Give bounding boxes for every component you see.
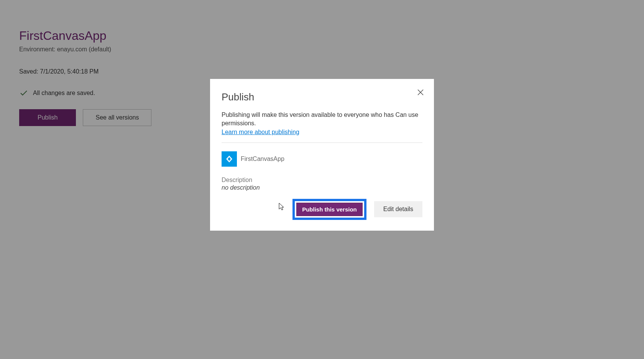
learn-more-link[interactable]: Learn more about publishing: [222, 129, 299, 136]
publish-modal: Publish Publishing will make this versio…: [210, 79, 434, 231]
close-icon: [417, 89, 424, 97]
edit-details-button[interactable]: Edit details: [374, 201, 422, 217]
description-value: no description: [222, 184, 422, 191]
highlight-wrapper: Publish this version: [292, 199, 366, 220]
modal-footer: Publish this version Edit details: [222, 199, 422, 220]
modal-overlay: Publish Publishing will make this versio…: [0, 0, 644, 359]
app-info-row: FirstCanvasApp: [222, 151, 422, 167]
publish-version-button[interactable]: Publish this version: [296, 203, 363, 216]
description-label: Description: [222, 177, 422, 184]
modal-app-name: FirstCanvasApp: [241, 156, 284, 162]
divider: [222, 143, 422, 143]
modal-title: Publish: [222, 91, 422, 103]
app-icon: [222, 151, 237, 167]
close-button[interactable]: [415, 87, 426, 99]
modal-description: Publishing will make this version availa…: [222, 111, 422, 128]
